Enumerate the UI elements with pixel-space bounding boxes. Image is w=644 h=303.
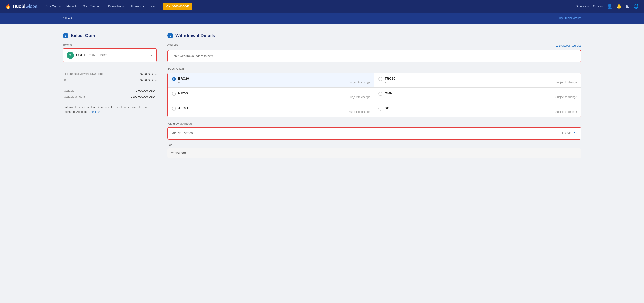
radio-algo — [172, 106, 176, 110]
chain-option-heco[interactable]: HECO – Subject to change — [168, 88, 374, 102]
chain-name-heco: HECO — [178, 91, 370, 95]
fee-value: 25.152609 — [168, 148, 581, 158]
nav-finance[interactable]: Finance ▾ — [131, 4, 144, 8]
nav-spot-trading[interactable]: Spot Trading ▾ — [83, 4, 103, 8]
navbar-right: Balances Orders 👤 🔔 ⊞ 🌐 — [576, 4, 639, 9]
stats-row-1: Left 1.000000 BTC — [63, 77, 157, 83]
fee-label: Fee — [168, 143, 581, 146]
right-panel: 2 Withdrawal Details Address Withdrawal … — [168, 33, 581, 158]
back-arrow-icon: ‹ — [63, 16, 64, 20]
step-1-badge: 1 — [63, 33, 68, 38]
chain-option-trc20[interactable]: TRC20 – Subject to change — [374, 73, 581, 88]
bell-icon[interactable]: 🔔 — [616, 4, 622, 9]
left-panel: 1 Select Coin Tokens ₮ USDT Tether USDT … — [63, 33, 157, 158]
token-select-dropdown[interactable]: ₮ USDT Tether USDT ▾ — [63, 48, 157, 62]
logo-huobi: Huobi — [13, 4, 26, 9]
select-coin-label: Select Coin — [71, 33, 95, 38]
chain-name-erc20: ERC20 — [178, 76, 370, 80]
back-label: Back — [65, 16, 72, 20]
chain-name-trc20: TRC20 — [385, 76, 577, 80]
globe-icon[interactable]: 🌐 — [634, 4, 639, 9]
chevron-down-icon: ▾ — [124, 5, 126, 8]
address-input-wrapper — [168, 50, 581, 62]
chain-grid: ERC20 – Subject to change TRC20 – Subjec… — [168, 72, 581, 118]
radio-erc20 — [172, 77, 176, 81]
balances-link[interactable]: Balances — [576, 4, 589, 8]
amount-all-button[interactable]: All — [573, 132, 577, 135]
user-icon[interactable]: 👤 — [607, 4, 612, 9]
subheader: ‹ Back Try Huobi Wallet — [0, 12, 644, 24]
chain-option-erc20[interactable]: ERC20 – Subject to change — [168, 73, 374, 88]
nav-links: Buy Crypto Markets Spot Trading ▾ Deriva… — [46, 3, 192, 10]
chevron-down-icon: ▾ — [143, 5, 144, 8]
flame-icon: 🔥 — [5, 4, 11, 9]
token-dropdown-chevron: ▾ — [151, 54, 152, 57]
navbar: 🔥 HuobiGlobal Buy Crypto Markets Spot Tr… — [0, 0, 644, 12]
address-label: Address — [168, 43, 178, 46]
stats-row-0: 24H cumulative withdrawal limit 1.000000… — [63, 71, 157, 77]
details-link[interactable]: Details > — [88, 110, 100, 114]
chain-name-omni: OMNI — [385, 91, 577, 95]
nav-buy-crypto[interactable]: Buy Crypto — [46, 4, 61, 8]
withdrawal-details-label: Withdrawal Details — [176, 33, 215, 38]
token-symbol: USDT — [76, 53, 86, 57]
stats-row-2: Available 0.000000 USDT — [63, 88, 157, 94]
radio-omni — [378, 92, 382, 96]
stats-row-3: Available amount 1500.000000 USDT — [63, 94, 157, 100]
nav-learn[interactable]: Learn — [150, 4, 158, 8]
chain-option-omni[interactable]: OMNI – Subject to change — [374, 88, 581, 102]
amount-input[interactable] — [172, 128, 562, 139]
chevron-down-icon: ▾ — [102, 5, 103, 8]
logo[interactable]: 🔥 HuobiGlobal — [5, 4, 38, 9]
nav-derivatives[interactable]: Derivatives ▾ — [108, 4, 126, 8]
amount-currency: USDT — [562, 132, 570, 135]
try-wallet-text: Try Huobi Wallet — [558, 16, 581, 20]
withdrawal-details-title: 2 Withdrawal Details — [168, 33, 581, 38]
radio-sol — [378, 106, 382, 110]
orders-link[interactable]: Orders — [593, 4, 602, 8]
qr-icon[interactable]: ⊞ — [626, 4, 629, 9]
address-row: Address Withdrawal Address — [168, 43, 581, 48]
nav-markets[interactable]: Markets — [66, 4, 78, 8]
huobi-wallet-link[interactable]: Huobi Wallet — [564, 16, 581, 20]
step-2-badge: 2 — [168, 33, 173, 38]
radio-heco — [172, 92, 176, 96]
amount-input-wrapper: USDT All — [168, 127, 581, 140]
get-doge-button[interactable]: Get $300+DOGE — [163, 3, 192, 10]
token-icon: ₮ — [67, 52, 74, 59]
stats-table: 24H cumulative withdrawal limit 1.000000… — [63, 67, 157, 100]
logo-global: Global — [26, 4, 38, 9]
chain-option-sol[interactable]: SOL – Subject to change — [374, 102, 581, 117]
info-text: • Internal transfers on Huobi are free. … — [63, 105, 157, 114]
token-fullname: Tether USDT — [89, 54, 107, 57]
radio-trc20 — [378, 77, 382, 81]
amount-label: Withdrawal Amount — [168, 122, 581, 125]
tokens-label: Tokens — [63, 43, 157, 46]
chain-option-algo[interactable]: ALGO – Subject to change — [168, 102, 374, 117]
address-input[interactable] — [168, 50, 581, 62]
chain-name-algo: ALGO — [178, 106, 370, 110]
select-coin-title: 1 Select Coin — [63, 33, 157, 38]
main-content: 1 Select Coin Tokens ₮ USDT Tether USDT … — [0, 24, 644, 167]
withdrawal-address-link[interactable]: Withdrawal Address — [556, 44, 581, 47]
back-button[interactable]: ‹ Back — [63, 16, 73, 20]
select-chain-label: Select Chain — [168, 67, 581, 70]
chain-name-sol: SOL — [385, 106, 577, 110]
